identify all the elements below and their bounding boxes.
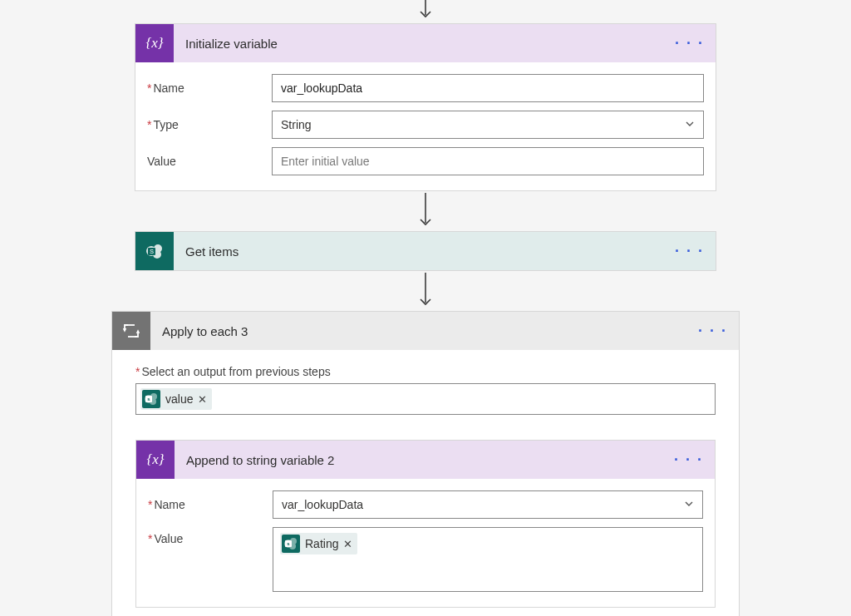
card-menu-button[interactable]: · · · bbox=[675, 35, 704, 52]
sharepoint-icon: S bbox=[135, 232, 174, 270]
chevron-down-icon bbox=[684, 498, 694, 511]
connector-arrow bbox=[417, 0, 434, 23]
chevron-down-icon bbox=[685, 118, 695, 131]
name-select[interactable]: var_lookupData bbox=[273, 490, 703, 519]
action-append-to-string-variable[interactable]: {x} Append to string variable 2 · · · *N… bbox=[135, 440, 716, 608]
card-menu-button[interactable]: · · · bbox=[698, 323, 727, 340]
field-label-value: Value bbox=[147, 155, 272, 168]
type-select[interactable]: String bbox=[272, 111, 704, 139]
sharepoint-icon: s bbox=[282, 535, 300, 553]
card-title: Get items bbox=[174, 244, 239, 259]
field-label-name: *Name bbox=[148, 498, 273, 511]
token-remove-button[interactable]: ✕ bbox=[198, 393, 207, 406]
value-field[interactable]: s Rating ✕ bbox=[273, 527, 703, 592]
type-select-value: String bbox=[281, 118, 312, 131]
connector-arrow bbox=[417, 191, 434, 231]
card-body: *Name *Type String Value bbox=[135, 62, 716, 190]
value-input[interactable] bbox=[272, 147, 704, 175]
field-label-value: *Value bbox=[148, 527, 273, 545]
token-remove-button[interactable]: ✕ bbox=[343, 538, 352, 550]
card-header[interactable]: {x} Append to string variable 2 · · · bbox=[136, 441, 715, 479]
dynamic-content-token[interactable]: s value ✕ bbox=[140, 388, 212, 410]
card-body: *Name var_lookupData *Value bbox=[136, 479, 715, 607]
field-label-type: *Type bbox=[147, 118, 272, 131]
card-header[interactable]: Apply to each 3 · · · bbox=[112, 312, 739, 350]
card-title: Append to string variable 2 bbox=[175, 453, 334, 467]
sharepoint-icon: s bbox=[142, 390, 160, 408]
name-input[interactable] bbox=[272, 74, 704, 102]
action-apply-to-each[interactable]: Apply to each 3 · · · *Select an output … bbox=[111, 311, 740, 616]
field-label-select-output: *Select an output from previous steps bbox=[135, 365, 716, 378]
loop-icon bbox=[112, 312, 150, 350]
token-label: Rating bbox=[305, 537, 338, 550]
action-initialize-variable[interactable]: {x} Initialize variable · · · *Name *Typ… bbox=[135, 23, 716, 191]
connector-arrow bbox=[417, 271, 434, 311]
field-label-name: *Name bbox=[147, 81, 272, 95]
select-output-field[interactable]: s value ✕ bbox=[135, 383, 716, 415]
card-menu-button[interactable]: · · · bbox=[674, 451, 703, 469]
card-header[interactable]: S Get items · · · bbox=[135, 232, 716, 270]
name-select-value: var_lookupData bbox=[282, 498, 363, 511]
variable-icon: {x} bbox=[136, 441, 175, 479]
card-header[interactable]: {x} Initialize variable · · · bbox=[135, 24, 716, 62]
action-get-items[interactable]: S Get items · · · bbox=[135, 231, 716, 271]
card-menu-button[interactable]: · · · bbox=[675, 243, 704, 260]
card-title: Apply to each 3 bbox=[150, 324, 248, 338]
token-label: value bbox=[165, 392, 193, 406]
variable-icon: {x} bbox=[135, 24, 174, 62]
card-title: Initialize variable bbox=[174, 37, 278, 51]
dynamic-content-token[interactable]: s Rating ✕ bbox=[280, 533, 357, 554]
